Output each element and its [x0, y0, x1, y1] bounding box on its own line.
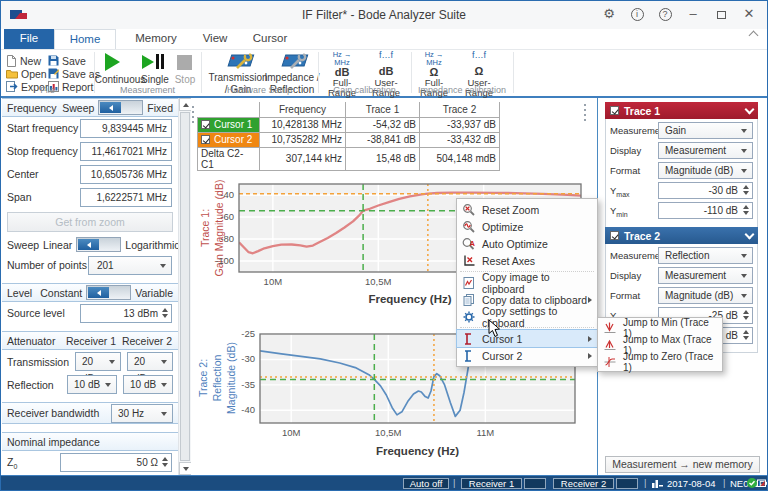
measurement-to-memory-button[interactable]: Measurement → new memory: [605, 456, 760, 473]
cursor1-trace1: -54,32 dB: [346, 117, 420, 132]
checkbox-checked-icon[interactable]: [201, 120, 210, 129]
span-input[interactable]: 1,6222571 MHz: [80, 188, 172, 207]
svg-text:Frequency (Hz): Frequency (Hz): [376, 445, 459, 457]
new-button[interactable]: New: [6, 54, 41, 67]
menu-cursor2[interactable]: Cursor 2: [457, 347, 597, 364]
save-as-button[interactable]: Save as: [48, 67, 100, 80]
transmission-label: Transmission: [7, 356, 69, 368]
jump-to-max-icon: [603, 338, 617, 352]
center-frequency-input[interactable]: 10,6505736 MHz: [80, 165, 172, 184]
menu-cursor1[interactable]: Cursor 1: [457, 330, 597, 347]
transmission-r2-dropdown[interactable]: 20 dB: [127, 352, 173, 371]
settings-panel: Frequency Sweep Fixed Start frequency 9,…: [2, 98, 178, 475]
tab-file[interactable]: File: [4, 29, 54, 49]
help-icon[interactable]: ?: [653, 4, 677, 24]
reflection-label: Reflection: [7, 379, 61, 391]
submenu-jump-zero[interactable]: Jump to Zero (Trace 1): [598, 353, 722, 370]
open-button[interactable]: Open: [6, 67, 47, 80]
svg-text:10M: 10M: [264, 276, 283, 287]
close-button[interactable]: ✕: [737, 4, 761, 24]
checkbox-checked-icon[interactable]: [610, 106, 619, 115]
svg-text:10M: 10M: [282, 427, 301, 438]
save-button[interactable]: Save: [48, 54, 86, 67]
spinner-icon[interactable]: [743, 185, 749, 195]
constant-variable-toggle[interactable]: [86, 285, 131, 300]
scrollbar-thumb[interactable]: [180, 112, 190, 461]
spinner-icon[interactable]: [162, 308, 168, 318]
source-level-input[interactable]: 13 dBm: [80, 304, 172, 323]
chevron-down-icon[interactable]: [745, 229, 755, 239]
save-as-icon: [48, 68, 59, 79]
tab-view[interactable]: View: [193, 29, 237, 49]
info-icon[interactable]: i: [625, 4, 649, 24]
splitter-grip-icon: [192, 106, 194, 123]
menu-reset-zoom[interactable]: Reset Zoom: [457, 201, 597, 218]
panel-scrollbar[interactable]: [178, 98, 191, 475]
trace1-header[interactable]: Trace 1: [605, 102, 758, 119]
svg-text:10,5M: 10,5M: [365, 276, 391, 287]
trace1-measurement-dropdown[interactable]: Gain: [658, 122, 753, 139]
bandwidth-dropdown[interactable]: 30 Hz: [111, 404, 173, 423]
spinner-icon[interactable]: [743, 330, 749, 340]
trace1-ymax-input[interactable]: -30 dB: [658, 182, 753, 199]
tab-memory[interactable]: Memory: [126, 29, 186, 49]
cursor2-row: Cursor 2 10,735282 MHz -38,841 dB -33,43…: [198, 132, 500, 147]
z0-input[interactable]: 50 Ω: [60, 453, 172, 472]
checkbox-checked-icon[interactable]: [201, 135, 210, 144]
impedance-reflection-icon[interactable]: [275, 51, 311, 71]
menu-auto-optimize[interactable]: A Auto Optimize: [457, 235, 597, 252]
receiver1-indicator[interactable]: Receiver 1: [461, 478, 522, 489]
trace-settings-panel: Trace 1 Measurement Gain Display Measure…: [599, 98, 766, 475]
points-dropdown[interactable]: 201: [88, 256, 172, 275]
maximize-button[interactable]: [709, 4, 733, 24]
frequency-section-header: Frequency Sweep Fixed: [2, 98, 178, 117]
reflection-r2-dropdown[interactable]: 10 dB: [123, 375, 173, 394]
trace2-format-dropdown[interactable]: Magnitude (dB): [658, 287, 753, 304]
trace1-format-dropdown[interactable]: Magnitude (dB): [658, 162, 753, 179]
transmission-r1-dropdown[interactable]: 20 dB: [75, 352, 121, 371]
stop-button-label: Stop: [172, 74, 198, 85]
trace1-display-dropdown[interactable]: Measurement: [658, 142, 753, 159]
svg-text:11M: 11M: [476, 427, 494, 438]
linear-log-toggle[interactable]: [76, 237, 121, 252]
stop-frequency-input[interactable]: 11,4617021 MHz: [80, 142, 172, 161]
dropdown-arrow-icon: [161, 383, 167, 387]
cursor1-cell[interactable]: Cursor 1: [198, 117, 260, 132]
spinner-icon[interactable]: [743, 310, 749, 320]
auto-off-indicator[interactable]: Auto off: [403, 478, 449, 489]
checkbox-checked-icon[interactable]: [610, 231, 619, 240]
submenu-arrow-icon: [588, 297, 592, 303]
trace2-display-dropdown[interactable]: Measurement: [658, 267, 753, 284]
trace1-ymin-input[interactable]: -110 dB: [658, 202, 753, 219]
spinner-icon[interactable]: [743, 205, 749, 215]
receiver2-indicator[interactable]: Receiver 2: [553, 478, 614, 489]
tab-home[interactable]: Home: [54, 29, 116, 49]
trace2-header[interactable]: Trace 2: [605, 227, 758, 244]
transmission-gain-icon[interactable]: [221, 51, 257, 71]
continuous-play-icon[interactable]: [105, 53, 120, 71]
dropdown-arrow-icon: [160, 264, 166, 268]
start-frequency-input[interactable]: 9,839445 MHz: [80, 119, 172, 138]
spinner-icon[interactable]: [162, 457, 168, 467]
reflection-r1-dropdown[interactable]: 10 dB: [67, 375, 117, 394]
minimize-button[interactable]: –: [681, 4, 705, 24]
trace2-measurement-dropdown[interactable]: Reflection: [658, 247, 753, 264]
menu-optimize[interactable]: Optimize: [457, 218, 597, 235]
single-button-label[interactable]: Single: [139, 74, 171, 85]
menu-reset-axes[interactable]: Reset Axes: [457, 252, 597, 269]
menu-copy-settings[interactable]: Copy settings to clipboard: [457, 308, 597, 325]
dropdown-arrow-icon: [741, 169, 747, 173]
tab-cursor[interactable]: Cursor: [244, 29, 296, 49]
title-bar: IF Filter* - Bode Analyzer Suite ⚙ i ? –…: [1, 1, 767, 29]
chevron-down-icon[interactable]: [745, 104, 755, 114]
menu-copy-image[interactable]: Copy image to clipboard: [457, 274, 597, 291]
receiver-bandwidth-header: Receiver bandwidth 30 Hz: [2, 402, 178, 424]
sweep-fixed-toggle[interactable]: [98, 100, 143, 115]
cursor2-icon: [462, 349, 476, 363]
collapse-ribbon-icon[interactable]: [749, 31, 759, 41]
cursor2-cell[interactable]: Cursor 2: [198, 132, 260, 147]
single-play-icon[interactable]: [142, 54, 164, 69]
save-icon: [48, 55, 59, 66]
receiver1-value-box: [524, 478, 546, 489]
settings-gear-icon[interactable]: ⚙: [597, 4, 621, 24]
